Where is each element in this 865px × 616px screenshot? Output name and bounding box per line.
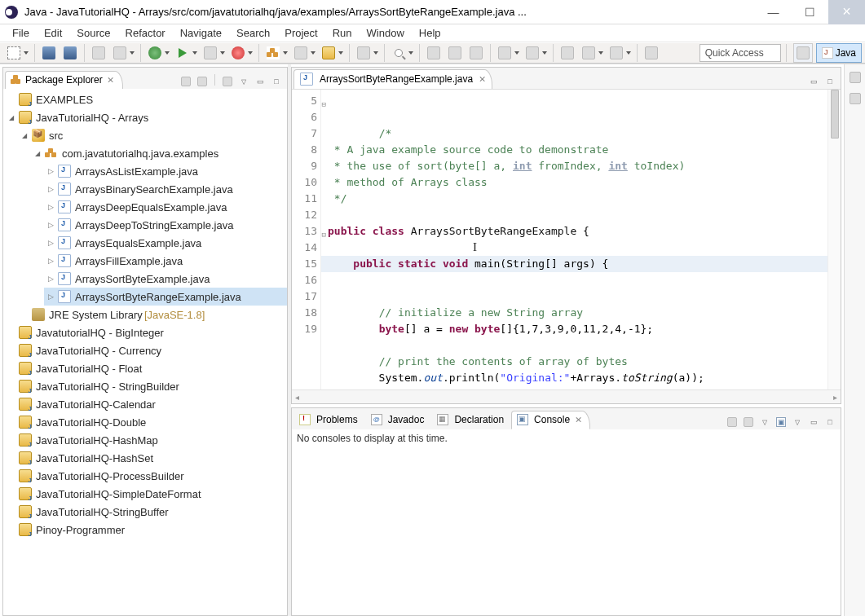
link-editor-button[interactable] — [195, 74, 210, 89]
line-number[interactable]: 12 — [292, 207, 317, 223]
editor-tab[interactable]: ArraysSortByteRangeExample.java ⨯ — [293, 69, 492, 89]
menu-source[interactable]: Source — [69, 24, 117, 42]
line-number[interactable]: 11 — [292, 191, 317, 207]
line-number[interactable]: 15 — [292, 256, 317, 272]
code-line[interactable]: * the use of sort(byte[] a, int fromInde… — [328, 160, 685, 172]
tree-node[interactable]: JavaTutorialHQ-Double — [5, 413, 287, 431]
minimize-bottom-button[interactable]: ▭ — [806, 415, 821, 429]
project-tree[interactable]: EXAMPLESJavaTutorialHQ - Arrayssrccom.ja… — [3, 89, 287, 615]
tree-node[interactable]: ArraysAsListExample.java — [44, 162, 287, 180]
maximize-editor-button[interactable]: □ — [823, 74, 837, 89]
maximize-view-button[interactable]: □ — [269, 74, 284, 89]
code-line[interactable]: * method of Arrays class — [328, 176, 488, 188]
view-menu-button[interactable]: ▽ — [757, 415, 772, 429]
coverage-button[interactable] — [201, 43, 220, 63]
run-button[interactable] — [173, 43, 192, 63]
tab-declaration[interactable]: Declaration — [431, 411, 511, 429]
overview-ruler[interactable] — [827, 90, 841, 389]
expand-icon[interactable] — [7, 381, 16, 391]
tree-node[interactable]: JavaTutorialHQ - StringBuilder — [5, 377, 287, 395]
minimize-button[interactable]: — — [755, 0, 792, 24]
toggle-block-button[interactable] — [445, 43, 465, 63]
tree-node[interactable]: JRE System Library [JavaSE-1.8] — [18, 306, 287, 323]
save-all-button[interactable] — [60, 43, 80, 63]
debug-button[interactable] — [145, 43, 165, 63]
expand-icon[interactable] — [7, 345, 16, 355]
next-annotation-button[interactable] — [495, 43, 514, 63]
tree-node[interactable]: ArraysSortByteExample.java — [44, 270, 287, 288]
external-tools-button[interactable] — [228, 43, 248, 63]
code-line[interactable]: public static void main(String[] args) { — [321, 256, 827, 272]
tab-javadoc[interactable]: Javadoc — [365, 411, 432, 429]
new-package-button[interactable] — [263, 43, 283, 63]
close-tab-icon[interactable]: ⨯ — [573, 415, 583, 425]
line-number[interactable]: 10 — [292, 174, 317, 191]
expand-icon[interactable] — [20, 130, 29, 140]
code-line[interactable]: // print the contents of array of bytes — [328, 355, 628, 367]
tree-node[interactable]: src — [18, 126, 287, 144]
expand-icon[interactable] — [46, 256, 55, 266]
expand-icon[interactable] — [46, 274, 55, 284]
open-perspective-button[interactable] — [793, 43, 813, 63]
line-number[interactable]: 6 — [292, 109, 317, 125]
build-button[interactable] — [89, 43, 108, 63]
line-number[interactable]: 5 — [292, 93, 317, 109]
show-whitespace-button[interactable] — [466, 43, 486, 63]
tree-node[interactable]: JavaTutorialHQ-Calendar — [5, 395, 287, 413]
save-button[interactable] — [39, 43, 59, 63]
quick-access-input[interactable]: Quick Access — [700, 44, 781, 62]
horizontal-scrollbar[interactable]: ◂▸ — [292, 389, 841, 403]
view-menu-button-2[interactable]: ▽ — [790, 415, 805, 429]
tree-node[interactable]: com.javatutorialhq.java.examples — [31, 144, 287, 162]
tree-node[interactable]: JavaTutorialHQ-SimpleDateFormat — [5, 485, 287, 503]
expand-icon[interactable] — [7, 525, 16, 535]
forward-button[interactable] — [607, 43, 626, 63]
collapse-all-button[interactable] — [179, 74, 193, 89]
last-edit-button[interactable] — [558, 43, 577, 63]
menu-project[interactable]: Project — [277, 24, 324, 42]
tree-node[interactable]: JavaTutorialHQ-HashSet — [5, 449, 287, 467]
expand-icon[interactable] — [20, 310, 29, 319]
expand-icon[interactable] — [46, 292, 55, 301]
tree-node[interactable]: ArraysSortByteRangeExample.java — [44, 288, 287, 306]
new-button[interactable] — [4, 43, 24, 63]
tree-node[interactable]: Pinoy-Programmer — [5, 521, 287, 539]
expand-icon[interactable] — [7, 399, 16, 409]
tree-node[interactable]: ArraysFillExample.java — [44, 252, 287, 270]
tree-node[interactable]: JavaTutorialHQ-ProcessBuilder — [5, 467, 287, 485]
expand-icon[interactable] — [7, 507, 16, 517]
expand-icon[interactable] — [46, 238, 55, 248]
open-type-button[interactable] — [354, 43, 373, 63]
code-line[interactable]: byte[] a = new byte[]{1,7,3,9,0,11,2,4,-… — [328, 323, 653, 335]
view-menu-button[interactable]: ▽ — [236, 74, 251, 89]
code-line[interactable]: // initialize a new String array — [328, 306, 583, 319]
line-number[interactable]: 9 — [292, 158, 317, 174]
expand-icon[interactable] — [7, 435, 16, 445]
expand-icon[interactable] — [7, 112, 16, 122]
code-line[interactable]: public class ArraysSortByteRangeExample … — [328, 225, 589, 237]
open-console-button[interactable] — [774, 415, 788, 429]
search-button[interactable] — [389, 43, 408, 63]
expand-icon[interactable] — [7, 95, 16, 104]
tab-console[interactable]: Console⨯ — [511, 411, 590, 429]
tree-node[interactable]: ArraysEqualsExample.java — [44, 234, 287, 252]
expand-icon[interactable] — [46, 184, 55, 194]
expand-icon[interactable] — [7, 417, 16, 427]
maximize-button[interactable]: ☐ — [792, 0, 828, 24]
line-number[interactable]: 14 — [292, 240, 317, 256]
expand-icon[interactable] — [46, 202, 55, 212]
back-button[interactable] — [579, 43, 598, 63]
tree-node[interactable]: EXAMPLES — [5, 90, 287, 108]
line-gutter[interactable]: 5678910111213141516171819 — [292, 90, 321, 389]
tab-problems[interactable]: Problems — [293, 411, 365, 429]
menu-file[interactable]: File — [5, 24, 37, 42]
skip-breakpoints-button[interactable] — [110, 43, 130, 63]
menu-search[interactable]: Search — [229, 24, 277, 42]
menu-edit[interactable]: Edit — [37, 24, 69, 42]
tree-node[interactable]: JavaTutorialHQ - Currency — [5, 341, 287, 359]
close-icon[interactable]: ⨯ — [106, 75, 116, 85]
menu-window[interactable]: Window — [360, 24, 412, 42]
menu-run[interactable]: Run — [325, 24, 360, 42]
expand-icon[interactable] — [7, 328, 16, 337]
expand-icon[interactable] — [7, 489, 16, 499]
